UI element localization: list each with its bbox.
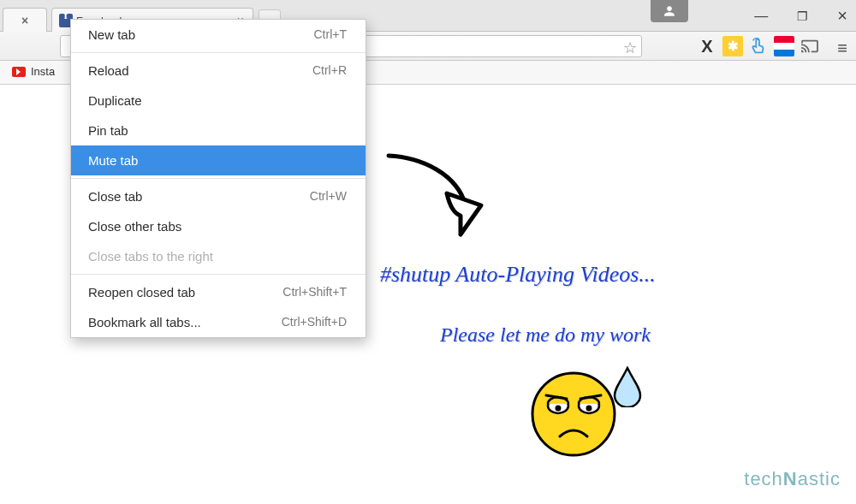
window-controls: — ❐ × bbox=[754, 0, 847, 32]
extension-flag-icon[interactable] bbox=[774, 36, 794, 56]
watermark-text: techNastic bbox=[744, 468, 841, 490]
account-badge[interactable] bbox=[651, 0, 688, 22]
close-icon: × bbox=[21, 9, 28, 33]
tired-face-emoji-icon bbox=[529, 370, 618, 459]
bookmark-star-icon[interactable]: ☆ bbox=[623, 39, 637, 57]
sweat-drop-icon bbox=[613, 366, 642, 407]
maximize-button[interactable]: ❐ bbox=[797, 9, 808, 23]
menu-item-reload[interactable]: Reload Ctrl+R bbox=[71, 56, 366, 86]
menu-item-bookmark-all-tabs[interactable]: Bookmark all tabs... Ctrl+Shift+D bbox=[71, 307, 366, 337]
cast-icon[interactable] bbox=[800, 36, 820, 56]
menu-separator bbox=[71, 178, 366, 179]
extensions-area: X ✱ bbox=[697, 36, 820, 56]
minimize-button[interactable]: — bbox=[754, 9, 768, 24]
youtube-icon bbox=[12, 67, 26, 77]
svg-point-3 bbox=[556, 406, 562, 412]
svg-point-4 bbox=[586, 406, 592, 412]
menu-item-reopen-closed-tab[interactable]: Reopen closed tab Ctrl+Shift+T bbox=[71, 277, 366, 307]
menu-item-close-tab[interactable]: Close tab Ctrl+W bbox=[71, 181, 366, 211]
menu-item-mute-tab[interactable]: Mute tab bbox=[71, 145, 366, 175]
menu-item-close-other-tabs[interactable]: Close other tabs bbox=[71, 211, 366, 241]
menu-separator bbox=[71, 274, 366, 275]
menu-item-close-tabs-right: Close tabs to the right bbox=[71, 241, 366, 271]
annotation-text-1: #shutup Auto-Playing Videos... bbox=[380, 262, 656, 288]
person-icon bbox=[663, 5, 675, 17]
bookmark-item-insta[interactable]: Insta bbox=[12, 65, 55, 78]
tab-context-menu: New tab Ctrl+T Reload Ctrl+R Duplicate P… bbox=[70, 19, 366, 338]
svg-point-0 bbox=[532, 373, 615, 455]
extension-puzzle-icon[interactable]: ✱ bbox=[722, 36, 743, 56]
annotation-text-2: Please let me do my work bbox=[440, 323, 651, 347]
menu-item-new-tab[interactable]: New tab Ctrl+T bbox=[71, 20, 366, 50]
menu-button[interactable]: ≡ bbox=[837, 39, 847, 58]
close-button[interactable]: × bbox=[837, 6, 847, 26]
bookmark-label: Insta bbox=[31, 65, 55, 78]
menu-separator bbox=[71, 52, 366, 53]
extension-x-icon[interactable]: X bbox=[697, 36, 717, 56]
arrow-annotation-icon bbox=[380, 149, 500, 243]
menu-item-pin-tab[interactable]: Pin tab bbox=[71, 116, 366, 145]
menu-item-duplicate[interactable]: Duplicate bbox=[71, 86, 366, 116]
extension-gesture-icon[interactable] bbox=[748, 36, 769, 56]
pinned-tab[interactable]: × bbox=[3, 8, 47, 33]
